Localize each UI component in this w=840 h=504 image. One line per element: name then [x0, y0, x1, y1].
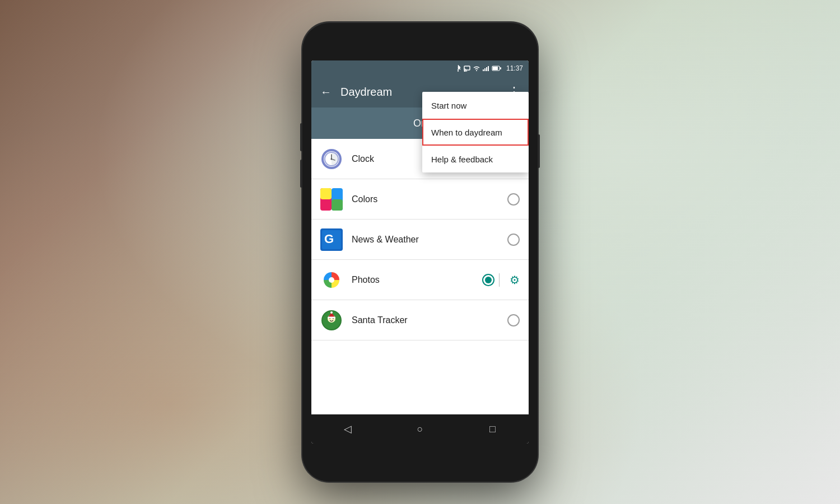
- cast-icon: [463, 65, 471, 72]
- menu-item-when-to-daydream[interactable]: When to daydream: [422, 119, 529, 146]
- svg-rect-0: [464, 66, 470, 70]
- nav-home-button[interactable]: ○: [409, 418, 431, 440]
- status-icons: [455, 64, 502, 72]
- clock-app-icon: [320, 148, 343, 170]
- svg-rect-5: [488, 66, 489, 71]
- santa-tracker-label: Santa Tracker: [352, 315, 507, 325]
- status-time: 11:37: [506, 64, 523, 72]
- news-weather-radio[interactable]: [507, 234, 520, 246]
- svg-rect-19: [332, 199, 343, 211]
- list-item-santa-tracker[interactable]: Santa Tracker: [311, 300, 529, 340]
- volume-down-button: [300, 160, 302, 188]
- menu-item-help-feedback[interactable]: Help & feedback: [422, 146, 529, 172]
- app-bar-area: ← Daydream ⋮ Start now When to daydream …: [311, 76, 529, 108]
- photos-settings-icon[interactable]: ⚙: [510, 273, 520, 287]
- photos-radio[interactable]: [482, 274, 494, 286]
- divider: [499, 273, 500, 287]
- phone-wrapper: 11:37 ← Daydream ⋮ Start now When to day…: [302, 22, 538, 482]
- status-bar: 11:37: [311, 60, 529, 76]
- screen: 11:37 ← Daydream ⋮ Start now When to day…: [311, 60, 529, 444]
- colors-app-icon: [320, 188, 343, 211]
- colors-label: Colors: [352, 194, 507, 204]
- colors-radio[interactable]: [507, 193, 520, 206]
- nav-bar: ◁ ○ □: [311, 414, 529, 444]
- santa-tracker-radio[interactable]: [507, 314, 520, 326]
- svg-rect-3: [484, 68, 486, 71]
- photos-label: Photos: [352, 275, 482, 285]
- svg-rect-2: [483, 69, 484, 71]
- svg-rect-18: [320, 188, 332, 199]
- svg-point-31: [330, 311, 333, 314]
- signal-icon: [482, 65, 490, 72]
- battery-icon: [492, 65, 502, 72]
- santa-tracker-app-icon: [320, 309, 343, 332]
- svg-text:G: G: [324, 232, 334, 246]
- back-button[interactable]: ←: [320, 86, 332, 99]
- svg-rect-7: [493, 67, 498, 70]
- phone-body: 11:37 ← Daydream ⋮ Start now When to day…: [302, 22, 538, 482]
- menu-item-start-now[interactable]: Start now: [422, 92, 529, 119]
- svg-rect-8: [500, 67, 501, 69]
- list-item-colors[interactable]: Colors: [311, 179, 529, 220]
- list-item-photos[interactable]: Photos ⚙: [311, 260, 529, 300]
- nav-back-button[interactable]: ◁: [337, 418, 359, 440]
- svg-point-24: [329, 277, 334, 283]
- svg-rect-4: [486, 67, 487, 71]
- news-weather-label: News & Weather: [352, 235, 507, 245]
- volume-up-button: [300, 123, 302, 151]
- power-button: [538, 134, 540, 168]
- dropdown-menu: Start now When to daydream Help & feedba…: [422, 92, 529, 172]
- list-item-news-weather[interactable]: G News & Weather: [311, 220, 529, 260]
- bluetooth-icon: [455, 64, 461, 72]
- wifi-icon: [473, 65, 480, 72]
- photos-app-icon: [320, 269, 343, 291]
- svg-rect-30: [328, 316, 335, 318]
- news-weather-app-icon: G: [320, 228, 343, 251]
- nav-recent-button[interactable]: □: [481, 418, 503, 440]
